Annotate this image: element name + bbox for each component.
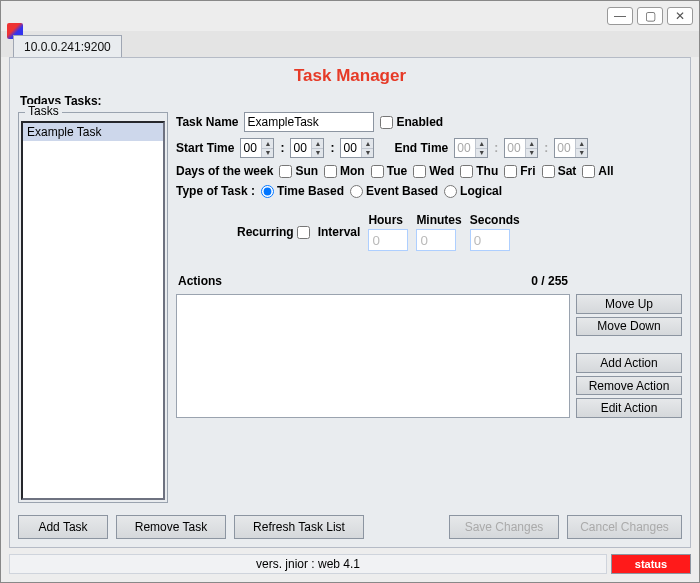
move-down-button[interactable]: Move Down	[576, 317, 682, 337]
interval-seconds-input	[470, 229, 510, 251]
day-fri[interactable]: Fri	[504, 164, 535, 178]
start-seconds[interactable]: ▲▼	[340, 138, 374, 158]
cancel-changes-button: Cancel Changes	[567, 515, 682, 539]
tasks-legend: Tasks	[25, 104, 62, 118]
up-arrow-icon[interactable]: ▲	[262, 139, 273, 148]
interval-seconds-label: Seconds	[470, 213, 520, 227]
minimize-button[interactable]: —	[607, 7, 633, 25]
refresh-task-list-button[interactable]: Refresh Task List	[234, 515, 364, 539]
tabbar: 10.0.0.241:9200	[1, 31, 699, 57]
day-tue[interactable]: Tue	[371, 164, 407, 178]
day-wed[interactable]: Wed	[413, 164, 454, 178]
actions-list[interactable]	[176, 294, 570, 418]
page-title: Task Manager	[18, 66, 682, 86]
start-hours[interactable]: ▲▼	[240, 138, 274, 158]
day-thu[interactable]: Thu	[460, 164, 498, 178]
start-minutes[interactable]: ▲▼	[290, 138, 324, 158]
connection-tab[interactable]: 10.0.0.241:9200	[13, 35, 122, 58]
todays-tasks-label: Todays Tasks:	[20, 94, 682, 108]
task-list[interactable]: Example Task	[21, 121, 165, 500]
bottom-bar: Add Task Remove Task Refresh Task List S…	[18, 513, 682, 541]
day-sun[interactable]: Sun	[279, 164, 318, 178]
day-sat[interactable]: Sat	[542, 164, 577, 178]
time-row: Start Time ▲▼ : ▲▼ : ▲▼ End Time ▲▼ : ▲▼…	[176, 138, 682, 158]
day-mon[interactable]: Mon	[324, 164, 365, 178]
remove-action-button[interactable]: Remove Action	[576, 376, 682, 396]
task-name-label: Task Name	[176, 115, 238, 129]
move-up-button[interactable]: Move Up	[576, 294, 682, 314]
end-time-label: End Time	[394, 141, 448, 155]
actions-counter: 0 / 255	[531, 274, 568, 288]
status-text: vers. jnior : web 4.1	[9, 554, 607, 574]
main-panel: Task Manager Todays Tasks: Tasks Example…	[9, 57, 691, 548]
days-row: Days of the week Sun Mon Tue Wed Thu Fri…	[176, 164, 682, 178]
edit-action-button[interactable]: Edit Action	[576, 398, 682, 418]
app-window: — ▢ ✕ 10.0.0.241:9200 Task Manager Today…	[0, 0, 700, 583]
add-task-button[interactable]: Add Task	[18, 515, 108, 539]
type-event[interactable]: Event Based	[350, 184, 438, 198]
remove-task-button[interactable]: Remove Task	[116, 515, 226, 539]
save-changes-button: Save Changes	[449, 515, 559, 539]
enabled-checkbox[interactable]: Enabled	[380, 115, 443, 129]
end-hours: ▲▼	[454, 138, 488, 158]
titlebar: — ▢ ✕	[1, 1, 699, 31]
type-time[interactable]: Time Based	[261, 184, 344, 198]
actions-side-buttons: Move Up Move Down Add Action Remove Acti…	[576, 294, 682, 418]
actions-header: Actions 0 / 255	[176, 274, 682, 288]
enabled-checkbox-input[interactable]	[380, 116, 393, 129]
type-row: Type of Task : Time Based Event Based Lo…	[176, 184, 682, 198]
enabled-label: Enabled	[396, 115, 443, 129]
end-minutes: ▲▼	[504, 138, 538, 158]
interval-hours-input	[368, 229, 408, 251]
add-action-button[interactable]: Add Action	[576, 353, 682, 373]
recurring-checkbox[interactable]: Recurring	[237, 225, 310, 239]
days-label: Days of the week	[176, 164, 273, 178]
status-row: vers. jnior : web 4.1 status	[9, 554, 691, 574]
task-item[interactable]: Example Task	[23, 123, 163, 141]
detail-column: Task Name Enabled Start Time ▲▼ : ▲▼ : ▲…	[176, 112, 682, 503]
actions-wrap: Move Up Move Down Add Action Remove Acti…	[176, 294, 682, 418]
interval-label: Interval	[318, 225, 361, 239]
day-all[interactable]: All	[582, 164, 613, 178]
start-time-label: Start Time	[176, 141, 234, 155]
close-button[interactable]: ✕	[667, 7, 693, 25]
end-seconds: ▲▼	[554, 138, 588, 158]
tasks-group: Tasks Example Task	[18, 112, 168, 503]
task-name-input[interactable]	[244, 112, 374, 132]
maximize-button[interactable]: ▢	[637, 7, 663, 25]
interval-minutes-input	[416, 229, 456, 251]
type-logical[interactable]: Logical	[444, 184, 502, 198]
name-row: Task Name Enabled	[176, 112, 682, 132]
interval-group: Recurring Interval Hours Minutes Seconds	[236, 212, 682, 252]
type-label: Type of Task :	[176, 184, 255, 198]
down-arrow-icon[interactable]: ▼	[262, 148, 273, 157]
main-row: Tasks Example Task Task Name Enabled Sta…	[18, 112, 682, 503]
interval-minutes-label: Minutes	[416, 213, 461, 227]
actions-label: Actions	[178, 274, 222, 288]
status-led: status	[611, 554, 691, 574]
interval-hours-label: Hours	[368, 213, 403, 227]
